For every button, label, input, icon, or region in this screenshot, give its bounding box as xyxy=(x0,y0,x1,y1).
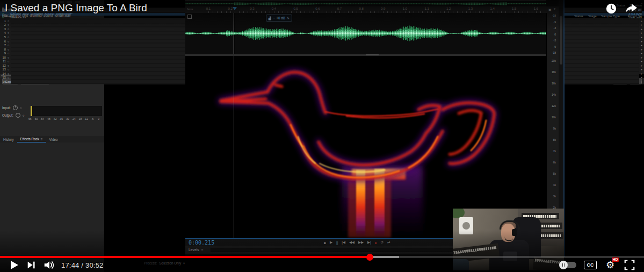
player-controls: 17:44 / 30:52 CC ⚙ HD xyxy=(0,258,644,272)
slot-number: 6 xyxy=(2,40,6,43)
effects-tab[interactable]: History xyxy=(0,137,17,142)
next-button[interactable] xyxy=(25,259,38,271)
slot-number: 8 xyxy=(2,48,6,51)
ruler-tick-label: 1.6 xyxy=(534,7,538,10)
ruler-unit: hms xyxy=(187,8,193,11)
ruler-tick-label: 0.6 xyxy=(315,7,320,10)
rack-meter xyxy=(32,106,102,116)
transport-button[interactable]: ⇄ xyxy=(387,240,390,245)
playhead-marker[interactable] xyxy=(233,7,237,12)
power-icon[interactable]: ○ xyxy=(8,48,9,51)
slider-icon: ▟ xyxy=(269,16,271,20)
play-button[interactable] xyxy=(8,259,20,271)
meter-scale-label: 0 xyxy=(98,117,99,120)
power-icon[interactable]: ○ xyxy=(8,31,9,34)
transport-button[interactable]: ▶| xyxy=(367,240,371,245)
freq-scale-label: 16k xyxy=(552,82,556,85)
power-icon[interactable]: ○ xyxy=(8,64,9,67)
meter-scale-label: -6 xyxy=(91,117,93,120)
delete-preset-icon[interactable]: ✕ xyxy=(639,8,642,12)
freq-scale-label: 14k xyxy=(552,93,556,96)
transport-button[interactable]: ◀◀ xyxy=(349,240,354,245)
current-timecode[interactable]: 0:00.215 xyxy=(189,240,214,246)
autoplay-toggle[interactable] xyxy=(560,262,576,268)
next-icon xyxy=(26,260,36,270)
power-icon[interactable]: ○ xyxy=(23,113,25,117)
power-icon[interactable]: ○ xyxy=(8,23,9,26)
settings-button[interactable]: ⚙ HD xyxy=(604,259,616,271)
meter-scale-label: -18 xyxy=(78,117,82,120)
slot-number: 11 xyxy=(2,60,6,63)
panel-menu-icon[interactable]: ≡ xyxy=(201,248,204,252)
transport-button[interactable]: ▶ xyxy=(330,240,332,245)
slot-number: 4 xyxy=(2,31,6,34)
volume-hud[interactable]: ▟ ◔ +0 dB ✎ xyxy=(266,15,292,22)
knob-icon: ◔ xyxy=(273,17,275,20)
freq-scale-label: 12k xyxy=(552,104,556,108)
volume-button[interactable] xyxy=(42,259,56,271)
tabs-overflow-icon[interactable]: » xyxy=(641,2,642,5)
meter-peak-tick xyxy=(31,106,32,116)
waveform-view[interactable]: ▟ ◔ +0 dB ✎ xyxy=(185,13,546,54)
power-icon[interactable]: ○ xyxy=(8,60,9,63)
meter-scale-label: -36 xyxy=(59,117,63,120)
selection-handle[interactable] xyxy=(187,15,192,19)
wave-scale-label: -18 xyxy=(552,14,556,17)
help-icon[interactable]: ? xyxy=(554,8,555,11)
meter-scale-label: -48 xyxy=(46,117,50,120)
power-icon[interactable]: ○ xyxy=(8,72,9,75)
autoplay-knob-icon xyxy=(559,261,568,269)
slot-number: 5 xyxy=(2,35,6,39)
power-icon[interactable]: ○ xyxy=(8,44,9,47)
snap-icon[interactable]: ▣ xyxy=(548,8,552,11)
power-icon[interactable]: ○ xyxy=(8,52,9,55)
hud-gain-value: +0 dB xyxy=(276,16,285,20)
transport-button[interactable]: |◀ xyxy=(342,240,345,245)
watch-later-button[interactable] xyxy=(605,3,617,15)
meter-scale-label: -60 xyxy=(34,117,38,120)
transport-button[interactable]: ■ xyxy=(324,241,326,245)
power-icon[interactable]: ○ xyxy=(8,80,9,83)
power-icon[interactable]: ○ xyxy=(8,19,9,23)
slot-number: 10 xyxy=(2,56,6,59)
freq-scale-label: 4k xyxy=(553,183,556,187)
playhead-line-spectrogram[interactable] xyxy=(234,56,234,238)
effects-tab[interactable]: Video xyxy=(46,137,61,142)
slot-number: 3 xyxy=(2,27,6,31)
hd-badge: HD xyxy=(612,257,619,262)
power-icon[interactable]: ○ xyxy=(8,40,9,43)
ruler-tick-label: 1.4 xyxy=(490,7,494,10)
power-icon[interactable]: ○ xyxy=(20,106,22,110)
freq-scale-label: 8k xyxy=(553,138,556,141)
captions-button[interactable]: CC xyxy=(584,261,597,269)
transport-button[interactable]: ▶▶ xyxy=(358,240,364,245)
fullscreen-icon xyxy=(624,259,635,271)
transport-button[interactable]: || xyxy=(336,241,338,245)
meter-scale-label: -24 xyxy=(71,117,75,120)
ruler-tick-label: 0.9 xyxy=(381,7,385,10)
effects-tab[interactable]: Effects Rack xyxy=(17,136,46,142)
slot-number: 9 xyxy=(2,52,6,55)
youtube-player: StatusDuration ▦ t11_002.MKV 24:51.408 ≈… xyxy=(0,0,644,272)
playhead-line-wave[interactable] xyxy=(234,13,234,54)
wave-scale-label: -18 xyxy=(552,51,556,54)
slot-number: 1 xyxy=(2,19,6,23)
input-knob[interactable] xyxy=(13,105,18,110)
power-icon[interactable]: ○ xyxy=(8,27,9,31)
fullscreen-button[interactable] xyxy=(624,259,635,271)
transport-button[interactable]: ● xyxy=(375,241,377,245)
freq-scale-label: 20k xyxy=(552,59,556,62)
freq-scale-label: 9k xyxy=(553,127,556,130)
power-icon[interactable]: ○ xyxy=(8,35,9,39)
share-button[interactable] xyxy=(625,3,638,15)
freq-scale-label: 6k xyxy=(553,161,556,164)
ruler-tick-label: 1.1 xyxy=(424,7,429,10)
video-frame: StatusDuration ▦ t11_002.MKV 24:51.408 ≈… xyxy=(0,0,644,272)
power-icon[interactable]: ○ xyxy=(8,68,9,71)
power-icon[interactable]: ○ xyxy=(8,76,9,79)
freq-scale-label: 7k xyxy=(553,149,556,153)
video-title[interactable]: I Saved a PNG Image To A Bird xyxy=(5,2,147,14)
power-icon[interactable]: ○ xyxy=(8,56,9,59)
transport-button[interactable]: ⟳ xyxy=(381,240,383,245)
output-knob[interactable] xyxy=(16,113,20,118)
